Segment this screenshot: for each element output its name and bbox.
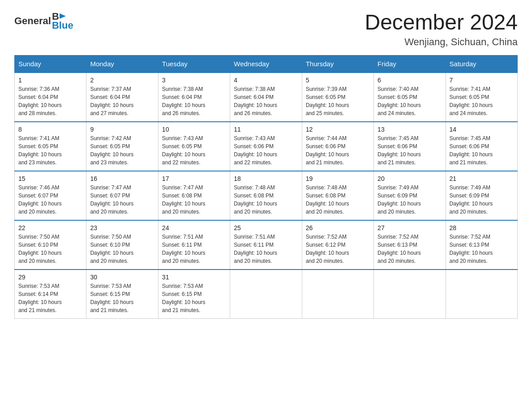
day-info: Sunrise: 7:48 AM Sunset: 6:08 PM Dayligh… [306, 184, 370, 216]
day-info: Sunrise: 7:47 AM Sunset: 6:07 PM Dayligh… [90, 184, 154, 216]
day-number: 23 [90, 224, 154, 231]
calendar-cell: 30 Sunrise: 7:53 AM Sunset: 6:15 PM Dayl… [86, 270, 158, 319]
calendar-cell: 5 Sunrise: 7:39 AM Sunset: 6:05 PM Dayli… [302, 73, 373, 122]
calendar-cell: 14 Sunrise: 7:45 AM Sunset: 6:06 PM Dayl… [446, 122, 517, 171]
day-number: 6 [378, 77, 442, 84]
day-number: 15 [18, 175, 82, 182]
day-number: 24 [162, 224, 226, 231]
day-number: 26 [306, 224, 370, 231]
day-number: 21 [450, 175, 514, 182]
calendar-cell: 7 Sunrise: 7:41 AM Sunset: 6:05 PM Dayli… [446, 73, 517, 122]
calendar-cell: 15 Sunrise: 7:46 AM Sunset: 6:07 PM Dayl… [15, 171, 86, 220]
calendar-cell: 3 Sunrise: 7:38 AM Sunset: 6:04 PM Dayli… [158, 73, 230, 122]
calendar-week-row: 22 Sunrise: 7:50 AM Sunset: 6:10 PM Dayl… [15, 220, 518, 270]
calendar-week-row: 15 Sunrise: 7:46 AM Sunset: 6:07 PM Dayl… [15, 171, 518, 220]
calendar-cell: 28 Sunrise: 7:52 AM Sunset: 6:13 PM Dayl… [446, 220, 517, 270]
weekday-header-wednesday: Wednesday [230, 55, 302, 73]
calendar-cell: 22 Sunrise: 7:50 AM Sunset: 6:10 PM Dayl… [15, 220, 86, 270]
month-year-title: December 2024 [365, 11, 518, 34]
calendar-cell: 18 Sunrise: 7:48 AM Sunset: 6:08 PM Dayl… [230, 171, 302, 220]
calendar-cell: 21 Sunrise: 7:49 AM Sunset: 6:09 PM Dayl… [446, 171, 517, 220]
calendar-cell: 20 Sunrise: 7:49 AM Sunset: 6:09 PM Dayl… [374, 171, 446, 220]
calendar-cell: 25 Sunrise: 7:51 AM Sunset: 6:11 PM Dayl… [230, 220, 302, 270]
day-info: Sunrise: 7:37 AM Sunset: 6:04 PM Dayligh… [90, 85, 154, 117]
day-number: 9 [90, 126, 154, 133]
calendar-cell: 12 Sunrise: 7:44 AM Sunset: 6:06 PM Dayl… [302, 122, 373, 171]
calendar-cell: 26 Sunrise: 7:52 AM Sunset: 6:12 PM Dayl… [302, 220, 373, 270]
page-header: General B Blue December 2024 Wenjiang, S… [14, 11, 518, 48]
calendar-cell: 6 Sunrise: 7:40 AM Sunset: 6:05 PM Dayli… [374, 73, 446, 122]
weekday-header-tuesday: Tuesday [158, 55, 230, 73]
day-info: Sunrise: 7:46 AM Sunset: 6:07 PM Dayligh… [18, 184, 82, 216]
day-number: 31 [162, 274, 226, 281]
calendar-cell: 9 Sunrise: 7:42 AM Sunset: 6:05 PM Dayli… [86, 122, 158, 171]
day-number: 27 [378, 224, 442, 231]
weekday-header-friday: Friday [374, 55, 446, 73]
calendar-cell: 2 Sunrise: 7:37 AM Sunset: 6:04 PM Dayli… [86, 73, 158, 122]
day-number: 17 [162, 175, 226, 182]
calendar-cell: 4 Sunrise: 7:38 AM Sunset: 6:04 PM Dayli… [230, 73, 302, 122]
day-info: Sunrise: 7:52 AM Sunset: 6:12 PM Dayligh… [306, 233, 370, 265]
calendar-cell: 19 Sunrise: 7:48 AM Sunset: 6:08 PM Dayl… [302, 171, 373, 220]
logo: General B Blue [14, 11, 73, 31]
day-info: Sunrise: 7:51 AM Sunset: 6:11 PM Dayligh… [162, 233, 226, 265]
calendar-week-row: 8 Sunrise: 7:41 AM Sunset: 6:05 PM Dayli… [15, 122, 518, 171]
day-number: 28 [450, 224, 514, 231]
day-info: Sunrise: 7:45 AM Sunset: 6:06 PM Dayligh… [378, 134, 442, 167]
calendar-cell [446, 270, 517, 319]
day-info: Sunrise: 7:44 AM Sunset: 6:06 PM Dayligh… [306, 134, 370, 167]
day-number: 16 [90, 175, 154, 182]
day-number: 22 [18, 224, 82, 231]
day-info: Sunrise: 7:53 AM Sunset: 6:15 PM Dayligh… [162, 282, 226, 314]
day-info: Sunrise: 7:49 AM Sunset: 6:09 PM Dayligh… [378, 184, 442, 216]
logo-blue: Blue [52, 20, 73, 31]
weekday-header-thursday: Thursday [302, 55, 373, 73]
calendar-cell: 23 Sunrise: 7:50 AM Sunset: 6:10 PM Dayl… [86, 220, 158, 270]
day-info: Sunrise: 7:50 AM Sunset: 6:10 PM Dayligh… [18, 233, 82, 265]
location-subtitle: Wenjiang, Sichuan, China [365, 36, 518, 48]
day-number: 10 [162, 126, 226, 133]
day-info: Sunrise: 7:52 AM Sunset: 6:13 PM Dayligh… [378, 233, 442, 265]
calendar-cell: 11 Sunrise: 7:43 AM Sunset: 6:06 PM Dayl… [230, 122, 302, 171]
calendar-cell: 13 Sunrise: 7:45 AM Sunset: 6:06 PM Dayl… [374, 122, 446, 171]
day-number: 3 [162, 77, 226, 84]
day-number: 7 [450, 77, 514, 84]
day-number: 19 [306, 175, 370, 182]
day-number: 29 [18, 274, 82, 281]
day-info: Sunrise: 7:47 AM Sunset: 6:08 PM Dayligh… [162, 184, 226, 216]
day-number: 11 [234, 126, 298, 133]
day-number: 25 [234, 224, 298, 231]
day-number: 5 [306, 77, 370, 84]
calendar-cell: 16 Sunrise: 7:47 AM Sunset: 6:07 PM Dayl… [86, 171, 158, 220]
day-info: Sunrise: 7:52 AM Sunset: 6:13 PM Dayligh… [450, 233, 514, 265]
calendar-cell [374, 270, 446, 319]
calendar-week-row: 1 Sunrise: 7:36 AM Sunset: 6:04 PM Dayli… [15, 73, 518, 122]
calendar-cell [230, 270, 302, 319]
day-info: Sunrise: 7:53 AM Sunset: 6:14 PM Dayligh… [18, 282, 82, 314]
day-number: 2 [90, 77, 154, 84]
day-info: Sunrise: 7:45 AM Sunset: 6:06 PM Dayligh… [450, 134, 514, 167]
calendar-cell: 29 Sunrise: 7:53 AM Sunset: 6:14 PM Dayl… [15, 270, 86, 319]
day-number: 4 [234, 77, 298, 84]
day-number: 18 [234, 175, 298, 182]
day-info: Sunrise: 7:53 AM Sunset: 6:15 PM Dayligh… [90, 282, 154, 314]
calendar-week-row: 29 Sunrise: 7:53 AM Sunset: 6:14 PM Dayl… [15, 270, 518, 319]
logo-general: General [14, 15, 51, 27]
weekday-header-saturday: Saturday [446, 55, 517, 73]
title-block: December 2024 Wenjiang, Sichuan, China [365, 11, 518, 48]
calendar-cell: 10 Sunrise: 7:43 AM Sunset: 6:05 PM Dayl… [158, 122, 230, 171]
logo-arrow-icon [60, 13, 68, 20]
day-info: Sunrise: 7:38 AM Sunset: 6:04 PM Dayligh… [234, 85, 298, 117]
day-number: 14 [450, 126, 514, 133]
day-number: 20 [378, 175, 442, 182]
day-number: 8 [18, 126, 82, 133]
calendar-cell: 17 Sunrise: 7:47 AM Sunset: 6:08 PM Dayl… [158, 171, 230, 220]
day-number: 13 [378, 126, 442, 133]
day-info: Sunrise: 7:39 AM Sunset: 6:05 PM Dayligh… [306, 85, 370, 117]
day-info: Sunrise: 7:40 AM Sunset: 6:05 PM Dayligh… [378, 85, 442, 117]
day-info: Sunrise: 7:51 AM Sunset: 6:11 PM Dayligh… [234, 233, 298, 265]
calendar-table: SundayMondayTuesdayWednesdayThursdayFrid… [14, 55, 518, 319]
calendar-header-row: SundayMondayTuesdayWednesdayThursdayFrid… [15, 55, 518, 73]
calendar-cell: 24 Sunrise: 7:51 AM Sunset: 6:11 PM Dayl… [158, 220, 230, 270]
weekday-header-sunday: Sunday [15, 55, 86, 73]
